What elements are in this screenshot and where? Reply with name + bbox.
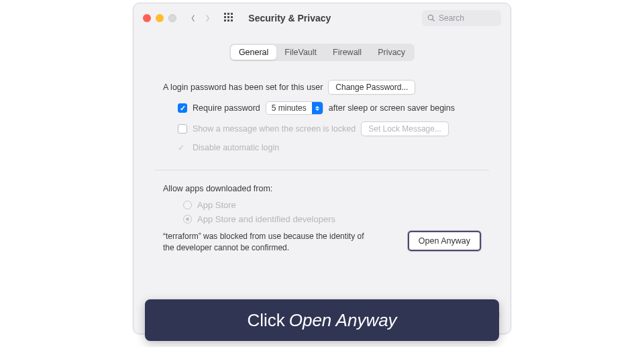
require-password-row: Require password 5 minutes after sleep o… xyxy=(178,101,481,115)
close-window-button[interactable] xyxy=(143,14,151,22)
require-password-delay-select[interactable]: 5 minutes xyxy=(266,101,323,115)
login-password-text: A login password has been set for this u… xyxy=(163,83,323,92)
allow-identified-row: App Store and identified developers xyxy=(183,214,481,224)
require-password-checkbox[interactable] xyxy=(178,103,187,113)
tabs: General FileVault Firewall Privacy xyxy=(133,44,511,61)
nav-arrows: ‹ › xyxy=(191,11,209,25)
allow-app-store-label: App Store xyxy=(197,200,236,210)
minimize-window-button[interactable] xyxy=(156,14,164,22)
show-all-prefs-button[interactable] xyxy=(224,13,235,23)
show-message-row: Show a message when the screen is locked… xyxy=(178,121,481,136)
allow-apps-heading: Allow apps downloaded from: xyxy=(163,184,481,193)
require-password-delay-value: 5 minutes xyxy=(266,103,312,113)
search-placeholder: Search xyxy=(439,13,464,23)
instruction-action: Open Anyway xyxy=(289,310,397,331)
require-password-suffix: after sleep or screen saver begins xyxy=(329,103,455,113)
show-message-label: Show a message when the screen is locked xyxy=(193,124,356,134)
preferences-window: ‹ › Security & Privacy Search General Fi… xyxy=(133,3,511,334)
general-pane: A login password has been set for this u… xyxy=(133,61,511,334)
show-message-checkbox xyxy=(178,124,187,134)
select-stepper-icon xyxy=(312,102,323,114)
blocked-app-row: “terraform” was blocked from use because… xyxy=(163,231,481,254)
forward-button: › xyxy=(206,9,210,28)
disable-auto-login-label: Disable automatic login xyxy=(193,143,279,152)
allow-identified-label: App Store and identified developers xyxy=(197,214,335,224)
titlebar: ‹ › Security & Privacy Search xyxy=(133,3,511,33)
divider xyxy=(155,170,489,170)
radio-identified-developers xyxy=(183,215,192,224)
tab-firewall[interactable]: Firewall xyxy=(325,45,370,60)
disable-auto-login-checkbox: ✓ xyxy=(178,143,187,152)
window-title: Security & Privacy xyxy=(248,13,331,23)
tab-general[interactable]: General xyxy=(231,45,276,60)
change-password-button[interactable]: Change Password... xyxy=(328,80,415,95)
instruction-prefix: Click xyxy=(247,310,284,331)
window-controls xyxy=(143,14,176,22)
login-password-row: A login password has been set for this u… xyxy=(163,80,481,95)
radio-app-store xyxy=(183,201,192,209)
tab-privacy[interactable]: Privacy xyxy=(370,45,413,60)
instruction-overlay: Click Open Anyway xyxy=(145,299,499,341)
tab-filevault[interactable]: FileVault xyxy=(276,45,325,60)
search-field[interactable]: Search xyxy=(422,10,501,26)
open-anyway-button[interactable]: Open Anyway xyxy=(408,231,481,251)
zoom-window-button xyxy=(168,14,176,22)
set-lock-message-button: Set Lock Message... xyxy=(361,121,449,136)
disable-auto-login-row: ✓ Disable automatic login xyxy=(178,143,481,152)
require-password-label: Require password xyxy=(193,103,260,113)
allow-app-store-row: App Store xyxy=(183,200,481,210)
blocked-app-message: “terraform” was blocked from use because… xyxy=(163,231,364,254)
back-button[interactable]: ‹ xyxy=(191,9,195,28)
search-icon xyxy=(427,14,435,22)
